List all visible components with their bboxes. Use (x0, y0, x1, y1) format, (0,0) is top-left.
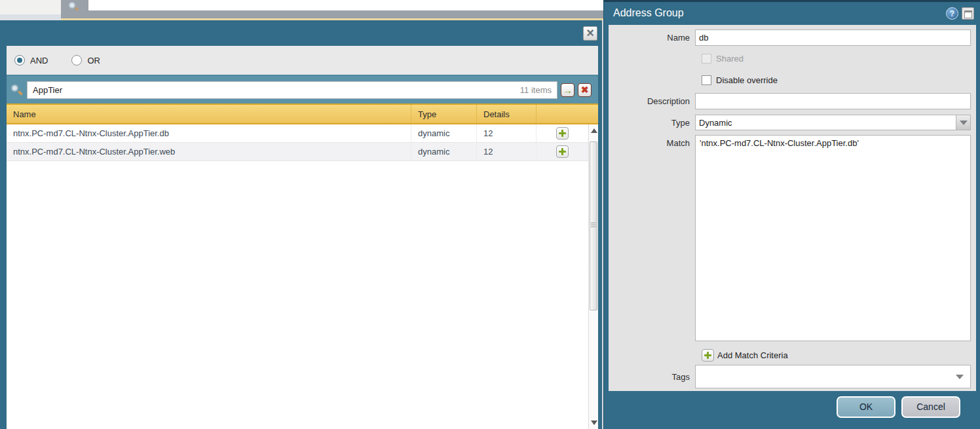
add-match-criteria-label: Add Match Criteria (717, 350, 788, 360)
add-row-button[interactable] (556, 127, 569, 140)
plus-icon (702, 349, 714, 362)
arrow-right-icon: → (563, 85, 573, 95)
match-criteria-content: AND OR AppTier 11 items → (7, 46, 598, 429)
address-group-dialog: Address Group ? Name Shared Disable over… (603, 0, 980, 429)
chevron-down-icon (960, 121, 968, 125)
dialog-title: Address Group (613, 7, 684, 19)
cancel-button[interactable]: Cancel (901, 396, 960, 418)
type-dropdown-value: Dynamic (699, 118, 732, 128)
search-input[interactable]: AppTier 11 items (27, 81, 557, 99)
search-icon (69, 2, 78, 11)
items-count: 11 items (520, 85, 552, 95)
clear-icon: ✖ (581, 85, 589, 94)
row-type-cell: dynamic (411, 143, 476, 160)
tags-label: Tags (609, 372, 695, 382)
search-tab[interactable] (61, 0, 88, 18)
scroll-down-icon[interactable] (591, 420, 597, 425)
type-label: Type (609, 118, 695, 128)
column-header-name[interactable]: Name (7, 105, 411, 123)
search-icon (10, 83, 24, 96)
chevron-down-icon (956, 375, 964, 379)
match-label: Match (609, 135, 695, 148)
search-input-value: AppTier (33, 85, 520, 95)
shared-checkbox (702, 54, 711, 64)
close-icon[interactable]: × (583, 26, 597, 41)
help-icon[interactable]: ? (946, 7, 958, 20)
or-radio[interactable] (71, 55, 82, 65)
name-field[interactable] (695, 29, 971, 46)
add-row-button[interactable] (556, 145, 569, 158)
clear-search-button[interactable]: ✖ (578, 83, 592, 97)
apply-search-button[interactable]: → (561, 83, 575, 97)
ok-button[interactable]: OK (837, 396, 895, 418)
disable-override-label: Disable override (716, 75, 778, 85)
dropdown-button[interactable] (956, 115, 970, 130)
row-action-cell (536, 143, 588, 160)
scrollbar-grip (591, 223, 596, 229)
shared-label: Shared (716, 54, 744, 64)
table-row[interactable]: ntnx.PC-md7.CL-Ntnx-Cluster.AppTier.web … (7, 143, 598, 161)
and-radio-group[interactable]: AND (14, 55, 48, 65)
column-header-type[interactable]: Type (411, 105, 476, 123)
and-radio-label: AND (30, 56, 48, 65)
and-radio[interactable] (14, 55, 25, 65)
description-field[interactable] (695, 93, 971, 109)
match-criteria-dialog: × AND OR AppTier 11 items (0, 20, 603, 429)
screen: × AND OR AppTier 11 items (0, 0, 980, 429)
tags-field[interactable] (695, 365, 971, 388)
name-label: Name (609, 33, 695, 43)
plus-icon (559, 148, 566, 155)
address-group-form: Name Shared Disable override Description (609, 25, 976, 391)
scroll-up-icon[interactable] (591, 128, 597, 133)
row-action-cell (536, 124, 588, 142)
add-match-criteria-button[interactable]: Add Match Criteria (702, 349, 788, 362)
background-toolbar-segment (0, 14, 61, 20)
row-name-cell: ntnx.PC-md7.CL-Ntnx-Cluster.AppTier.web (7, 143, 411, 160)
vertical-scrollbar[interactable] (588, 124, 598, 429)
row-name-cell: ntnx.PC-md7.CL-Ntnx-Cluster.AppTier.db (7, 124, 411, 142)
logic-operator-bar: AND OR (7, 46, 598, 76)
table-row[interactable]: ntnx.PC-md7.CL-Ntnx-Cluster.AppTier.db d… (7, 124, 598, 143)
or-radio-group[interactable]: OR (71, 55, 100, 65)
dialog-footer: OK Cancel (604, 391, 980, 429)
disable-override-checkbox[interactable] (702, 75, 711, 85)
or-radio-label: OR (87, 56, 100, 65)
table-header: Name Type Details (7, 103, 598, 124)
plus-icon (559, 130, 566, 137)
type-dropdown[interactable]: Dynamic (695, 115, 971, 130)
search-bar: AppTier 11 items → ✖ (7, 76, 598, 103)
match-field[interactable]: 'ntnx.PC-md7.CL-Ntnx-Cluster.AppTier.db' (695, 135, 971, 341)
window-restore-icon[interactable] (962, 7, 974, 20)
scrollbar-thumb[interactable] (590, 141, 597, 310)
background-toolbar-segment (0, 0, 61, 14)
row-details-cell: 12 (476, 124, 536, 142)
description-label: Description (609, 96, 695, 106)
column-header-action (536, 105, 598, 123)
background-strip (88, 10, 603, 18)
background-window-topbar (0, 0, 603, 20)
row-type-cell: dynamic (411, 124, 476, 142)
row-details-cell: 12 (476, 143, 536, 160)
column-header-details[interactable]: Details (476, 105, 536, 123)
background-strip (88, 0, 603, 10)
address-group-titlebar: Address Group ? (604, 0, 980, 25)
